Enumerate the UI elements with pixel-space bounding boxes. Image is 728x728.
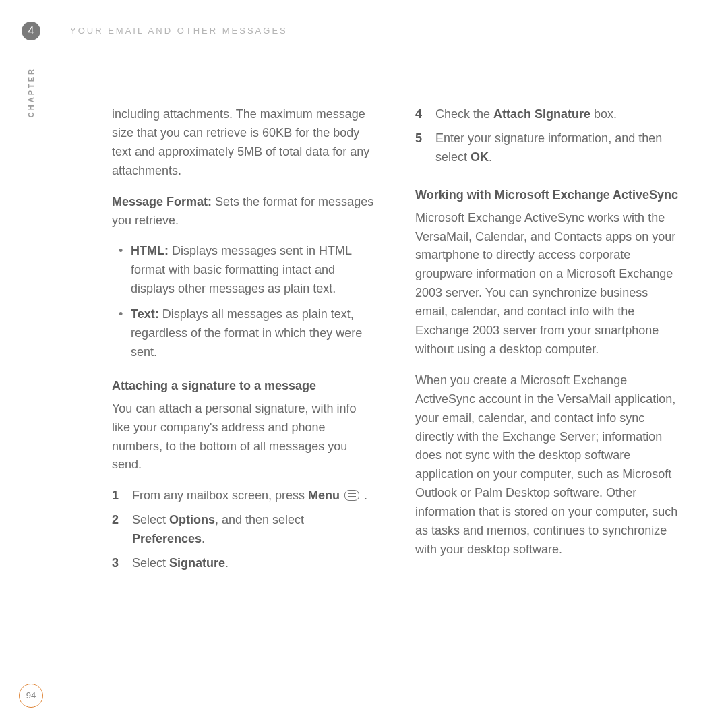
- bullet-html-label: HTML:: [131, 244, 169, 257]
- step-4-a: Check the: [435, 107, 493, 121]
- signature-steps-4to5: 4 Check the Attach Signature box. 5 Ente…: [415, 105, 681, 167]
- message-format-paragraph: Message Format: Sets the format for mess…: [112, 193, 377, 231]
- bullet-html: HTML: Displays messages sent in HTML for…: [131, 242, 377, 299]
- right-column: 4 Check the Attach Signature box. 5 Ente…: [415, 105, 681, 578]
- page-number: 94: [19, 684, 43, 708]
- step-3-b: .: [225, 556, 229, 570]
- message-format-label: Message Format:: [112, 195, 212, 208]
- menu-word: Menu: [308, 489, 340, 502]
- signature-steps-1to3: 1 From any mailbox screen, press Menu . …: [112, 487, 377, 573]
- attach-signature-word: Attach Signature: [493, 107, 590, 121]
- step-2-num: 2: [112, 511, 119, 530]
- options-word: Options: [169, 513, 215, 526]
- step-1-a: From any mailbox screen, press: [132, 489, 308, 502]
- bullet-text: Text: Displays all messages as plain tex…: [131, 305, 377, 362]
- activesync-heading: Working with Microsoft Exchange ActiveSy…: [415, 186, 681, 205]
- step-5-b: .: [489, 150, 492, 164]
- signature-heading: Attaching a signature to a message: [112, 377, 377, 396]
- step-2-a: Select: [132, 513, 169, 526]
- intro-paragraph: including attachments. The maximum messa…: [112, 105, 377, 181]
- step-4-num: 4: [415, 105, 422, 124]
- preferences-word: Preferences: [132, 532, 202, 545]
- step-5: 5 Enter your signature information, and …: [415, 129, 681, 167]
- step-4: 4 Check the Attach Signature box.: [415, 105, 681, 124]
- step-2: 2 Select Options, and then select Prefer…: [112, 511, 377, 549]
- step-1: 1 From any mailbox screen, press Menu .: [112, 487, 377, 506]
- signature-intro: You can attach a personal signature, wit…: [112, 400, 377, 475]
- step-3: 3 Select Signature.: [112, 554, 377, 573]
- content-columns: including attachments. The maximum messa…: [112, 105, 681, 578]
- page: 4 YOUR EMAIL AND OTHER MESSAGES CHAPTER …: [0, 0, 728, 728]
- signature-word: Signature: [169, 556, 225, 570]
- step-5-num: 5: [415, 129, 422, 148]
- activesync-p1: Microsoft Exchange ActiveSync works with…: [415, 209, 681, 359]
- left-column: including attachments. The maximum messa…: [112, 105, 377, 578]
- running-head: YOUR EMAIL AND OTHER MESSAGES: [61, 24, 681, 38]
- format-bullets: HTML: Displays messages sent in HTML for…: [112, 242, 377, 361]
- step-5-a: Enter your signature information, and th…: [435, 131, 662, 164]
- step-2-c: .: [202, 532, 205, 545]
- chapter-number-badge: 4: [22, 22, 40, 40]
- step-4-b: box.: [590, 107, 617, 121]
- step-2-b: , and then select: [215, 513, 304, 526]
- step-3-num: 3: [112, 554, 119, 573]
- step-1-b: .: [361, 489, 367, 502]
- bullet-text-text: Displays all messages as plain text, reg…: [131, 307, 362, 359]
- activesync-p2: When you create a Microsoft Exchange Act…: [415, 371, 681, 559]
- step-3-a: Select: [132, 556, 169, 570]
- ok-word: OK: [471, 150, 489, 164]
- menu-icon: [344, 490, 359, 501]
- chapter-tab: CHAPTER: [27, 67, 35, 117]
- step-1-num: 1: [112, 487, 119, 506]
- bullet-text-label: Text:: [131, 307, 159, 321]
